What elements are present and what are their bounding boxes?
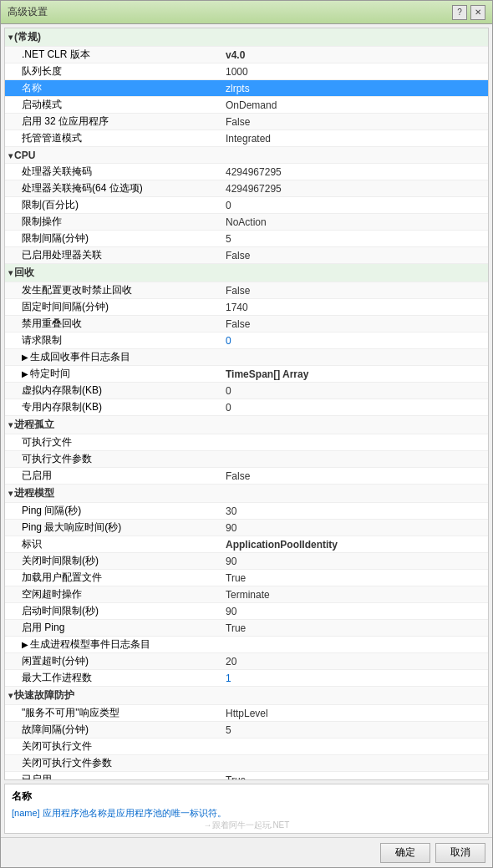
property-name: 启用 Ping [22, 622, 64, 633]
advanced-settings-window: 高级设置 ? ✕ ▾(常规).NET CLR 版本v4.0队列长度1000名称z… [0, 0, 493, 868]
property-value: True [222, 772, 488, 781]
property-name: 加载用户配置文件 [22, 571, 102, 583]
table-row[interactable]: 已启用处理器关联False [5, 247, 488, 264]
help-button[interactable]: ? [452, 5, 467, 20]
table-row[interactable]: 启用 PingTrue [5, 620, 488, 637]
table-row[interactable]: ▶生成回收事件日志条目 [5, 349, 488, 366]
property-name: 故障间隔(分钟) [22, 723, 89, 735]
expand-icon[interactable]: ▶ [22, 369, 28, 378]
table-row[interactable]: 标识ApplicationPoolIdentity [5, 536, 488, 553]
table-row[interactable]: ▶生成进程模型事件日志条目 [5, 637, 488, 653]
table-row[interactable]: Ping 最大响应时间(秒)90 [5, 520, 488, 536]
property-name: 处理器关联掩码(64 位选项) [22, 182, 143, 194]
property-value: False [222, 282, 488, 299]
table-row[interactable]: 禁用重叠回收False [5, 316, 488, 332]
table-row[interactable]: 故障间隔(分钟)5 [5, 722, 488, 739]
table-row[interactable]: 启动模式OnDemand [5, 97, 488, 114]
table-row[interactable]: 关闭可执行文件参数 [5, 755, 488, 772]
property-value: 4294967295 [222, 180, 488, 197]
close-button[interactable]: ✕ [470, 5, 485, 20]
table-row[interactable]: 可执行文件参数 [5, 451, 488, 468]
property-value: 0 [222, 197, 488, 214]
table-row[interactable]: 启用 32 位应用程序False [5, 114, 488, 130]
property-name: 已启用 [22, 470, 52, 481]
section-header-rapid-fail[interactable]: ▾快速故障防护 [5, 687, 488, 705]
table-row[interactable]: 专用内存限制(KB)0 [5, 399, 488, 416]
property-value [222, 739, 488, 755]
property-name: 关闭可执行文件 [22, 740, 92, 752]
toggle-icon[interactable]: ▾ [8, 691, 13, 700]
property-name: 启用 32 位应用程序 [22, 115, 109, 127]
info-panel: 名称 [name] 应用程序池名称是应用程序池的唯一标识符。 [4, 784, 489, 834]
section-header-general[interactable]: ▾(常规) [5, 28, 488, 47]
toggle-icon[interactable]: ▾ [8, 489, 13, 498]
table-row[interactable]: 启动时间限制(秒)90 [5, 603, 488, 620]
property-value: 5 [222, 231, 488, 247]
property-value: False [222, 468, 488, 485]
table-row[interactable]: 关闭可执行文件 [5, 739, 488, 755]
property-value [222, 451, 488, 468]
table-row[interactable]: 队列长度1000 [5, 63, 488, 80]
section-header-cpu[interactable]: ▾CPU [5, 147, 488, 164]
expand-icon[interactable]: ▶ [22, 640, 28, 649]
property-value: zlrpts [222, 80, 488, 97]
table-row[interactable]: Ping 间隔(秒)30 [5, 503, 488, 520]
table-row[interactable]: 可执行文件 [5, 434, 488, 451]
table-row[interactable]: 限制(百分比)0 [5, 197, 488, 214]
property-name: 限制间隔(分钟) [22, 232, 89, 244]
title-bar: 高级设置 ? ✕ [1, 1, 492, 24]
property-name: 启动时间限制(秒) [22, 605, 99, 617]
section-label: 回收 [14, 266, 34, 278]
table-row[interactable]: "服务不可用"响应类型HttpLevel [5, 705, 488, 722]
table-row[interactable]: 已启用False [5, 468, 488, 485]
property-name: .NET CLR 版本 [22, 48, 90, 60]
cancel-button[interactable]: 取消 [435, 843, 485, 863]
settings-table: ▾(常规).NET CLR 版本v4.0队列长度1000名称zlrpts启动模式… [5, 28, 488, 780]
property-value: False [222, 247, 488, 264]
expand-icon[interactable]: ▶ [22, 353, 28, 362]
toggle-icon[interactable]: ▾ [8, 151, 13, 160]
table-row[interactable]: .NET CLR 版本v4.0 [5, 47, 488, 63]
property-name: Ping 间隔(秒) [22, 505, 81, 516]
property-value: True [222, 620, 488, 637]
table-row[interactable]: 关闭时间限制(秒)90 [5, 553, 488, 570]
property-value: HttpLevel [222, 705, 488, 722]
property-value: True [222, 570, 488, 586]
table-row[interactable]: 处理器关联掩码(64 位选项)4294967295 [5, 180, 488, 197]
table-row[interactable]: 发生配置更改时禁止回收False [5, 282, 488, 299]
property-value [222, 434, 488, 451]
table-row[interactable]: 请求限制0 [5, 332, 488, 349]
table-row[interactable]: 限制操作NoAction [5, 214, 488, 231]
footer: →跟着阿牛一起玩.NET 确定 取消 [1, 837, 492, 867]
table-row[interactable]: 固定时间间隔(分钟)1740 [5, 299, 488, 316]
table-row[interactable]: 虚拟内存限制(KB)0 [5, 383, 488, 399]
property-name: 限制操作 [22, 216, 62, 227]
property-name: 可执行文件 [22, 436, 72, 448]
property-name: 固定时间间隔(分钟) [22, 301, 109, 312]
property-value: 90 [222, 520, 488, 536]
table-row[interactable]: 加载用户配置文件True [5, 570, 488, 586]
settings-scroll-area[interactable]: ▾(常规).NET CLR 版本v4.0队列长度1000名称zlrpts启动模式… [4, 28, 489, 780]
table-row[interactable]: 已启用True [5, 772, 488, 781]
table-row[interactable]: ▶特定时间TimeSpan[] Array [5, 366, 488, 383]
toggle-icon[interactable]: ▾ [8, 268, 13, 277]
table-row[interactable]: 处理器关联掩码4294967295 [5, 164, 488, 180]
table-row[interactable]: 名称zlrpts [5, 80, 488, 97]
table-row[interactable]: 限制间隔(分钟)5 [5, 231, 488, 247]
table-row[interactable]: 空闲超时操作Terminate [5, 586, 488, 603]
toggle-icon[interactable]: ▾ [8, 420, 13, 429]
property-name: 生成回收事件日志条目 [30, 351, 130, 363]
toggle-icon[interactable]: ▾ [8, 33, 13, 42]
table-row[interactable]: 托管管道模式Integrated [5, 130, 488, 147]
table-row[interactable]: 最大工作进程数1 [5, 670, 488, 687]
table-row[interactable]: 闲置超时(分钟)20 [5, 653, 488, 670]
section-header-recycle[interactable]: ▾回收 [5, 264, 488, 282]
section-label: 进程模型 [14, 487, 54, 499]
title-buttons: ? ✕ [452, 5, 485, 20]
section-header-orphan[interactable]: ▾进程孤立 [5, 416, 488, 434]
property-value: False [222, 114, 488, 130]
confirm-button[interactable]: 确定 [380, 843, 430, 863]
property-name: 特定时间 [30, 368, 70, 379]
section-header-process-model[interactable]: ▾进程模型 [5, 485, 488, 503]
property-name: 标识 [22, 538, 42, 550]
